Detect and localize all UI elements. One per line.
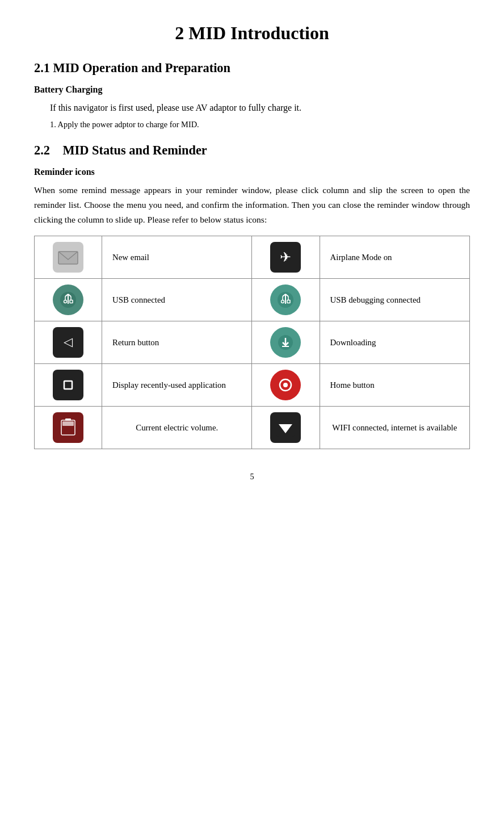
svg-rect-27 [62,421,74,426]
envelope-svg [57,249,79,265]
table-row: USB connected USB debugging connecte [35,278,470,321]
reminder-icons-heading: Reminder icons [34,167,470,177]
battery-icon-cell [35,406,102,449]
section-2-2-heading: 2.2 MID Status and Reminder [34,143,470,158]
recent-apps-icon [53,370,83,400]
usb-debugging-label: USB debugging connected [320,278,470,321]
recent-apps-icon-cell [35,363,102,406]
usb-connected-icon-cell [35,278,102,321]
section-2-1-heading: 2.1 MID Operation and Preparation [34,61,470,76]
home-button-icon-cell [252,363,320,406]
airplane-mode-icon: ✈ [270,242,301,273]
recent-apps-label: Display recently-used application [102,363,252,406]
usb-debugging-icon-cell [252,278,320,321]
new-email-icon [53,242,83,273]
svg-rect-20 [61,378,75,392]
section-2-1: 2.1 MID Operation and Preparation Batter… [34,61,470,129]
table-row: Current electric volume. WIFI connected,… [35,406,470,449]
reminder-icons-body: When some remind message appears in your… [34,183,470,228]
table-row: ◁ Return button Downloading [35,321,470,363]
battery-para1: If this navigator is first used, please … [50,101,470,115]
page-title: 2 MID Introduction [34,23,470,44]
page-number: 5 [34,472,470,482]
svg-point-24 [283,383,288,387]
table-row: New email ✈ Airplane Mode on [35,236,470,278]
downloading-label: Downloading [320,321,470,363]
home-button-label: Home button [320,363,470,406]
status-icons-table: New email ✈ Airplane Mode on [34,236,470,449]
table-row: Display recently-used application Home b… [35,363,470,406]
battery-para2: 1. Apply the power adptor to charge for … [50,120,470,129]
airplane-mode-label: Airplane Mode on [320,236,470,278]
battery-label: Current electric volume. [102,406,252,449]
downloading-icon [270,327,301,358]
return-button-label: Return button [102,321,252,363]
wifi-label-text: WIFI connected, internet is available [330,421,460,434]
usb-connected-label: USB connected [102,278,252,321]
wifi-icon [270,412,301,443]
downloading-icon-cell [252,321,320,363]
battery-label-text: Current electric volume. [112,421,241,434]
wifi-icon-cell [252,406,320,449]
airplane-mode-icon-cell: ✈ [252,236,320,278]
section-2-2: 2.2 MID Status and Reminder Reminder ico… [34,143,470,449]
svg-rect-26 [65,419,71,421]
battery-icon [53,412,83,443]
usb-connected-icon [53,284,83,315]
new-email-icon-cell [35,236,102,278]
new-email-label: New email [102,236,252,278]
return-button-icon-cell: ◁ [35,321,102,363]
usb-debugging-icon [270,284,301,315]
battery-charging-heading: Battery Charging [34,85,470,95]
return-button-icon: ◁ [53,327,83,358]
home-button-icon [270,370,301,400]
wifi-label: WIFI connected, internet is available [320,406,470,449]
